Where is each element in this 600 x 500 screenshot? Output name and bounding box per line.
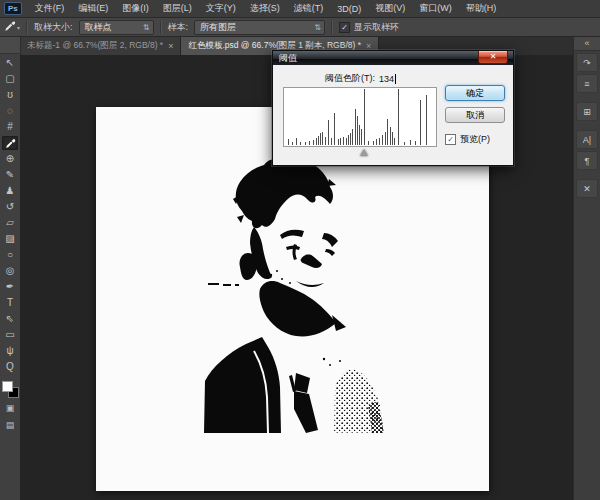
- panel-icon-character[interactable]: A|: [576, 130, 598, 149]
- preview-checkbox[interactable]: ✓ 预览(P): [445, 133, 490, 146]
- divider: [26, 21, 28, 34]
- histogram-bar: [410, 140, 411, 145]
- close-icon[interactable]: ×: [168, 41, 173, 51]
- histogram-bar: [355, 109, 356, 145]
- histogram-bar: [296, 138, 297, 145]
- histogram-bar: [300, 142, 301, 145]
- close-button[interactable]: ✕: [478, 51, 508, 64]
- tool-quick-select[interactable]: ◌: [2, 104, 18, 118]
- tool-move[interactable]: ↖: [2, 56, 18, 70]
- histogram-bar: [309, 141, 310, 145]
- histogram-bar: [331, 138, 332, 145]
- updown-arrows-icon: ⇅: [143, 21, 150, 34]
- menu-bar: Ps 文件(F)编辑(E)图像(I)图层(L)文字(Y)选择(S)滤镜(T)3D…: [0, 0, 600, 18]
- histogram-bar: [318, 136, 319, 145]
- histogram-bar: [361, 129, 362, 145]
- tool-dock-header[interactable]: [0, 37, 20, 54]
- tool-column: ↖▢ʊ◌# ⊕✎♟↺▱▨○◎✒T⇖▭ψQ: [2, 54, 18, 374]
- options-bar: ▾ 取样大小: 取样点 ⇅ 样本: 所有图层 ⇅ ✓ 显示取样环: [0, 18, 600, 37]
- cancel-button[interactable]: 取消: [445, 107, 505, 123]
- histogram-bar: [288, 139, 289, 145]
- histogram-bar: [338, 139, 339, 145]
- color-swatches[interactable]: [2, 381, 19, 398]
- menu-type[interactable]: 文字(Y): [199, 0, 243, 17]
- sample-value: 所有图层: [200, 22, 236, 32]
- tab-untitled-1[interactable]: 未标题-1 @ 66.7%(图层 2, RGB/8) * ×: [20, 37, 181, 55]
- tool-zoom[interactable]: Q: [2, 360, 18, 374]
- tool-eraser[interactable]: ▱: [2, 216, 18, 230]
- panel-icon-paragraph[interactable]: ¶: [576, 151, 598, 170]
- tool-shape[interactable]: ▭: [2, 328, 18, 342]
- histogram-bar: [394, 138, 395, 145]
- menu-view[interactable]: 视图(V): [368, 0, 412, 17]
- histogram-bar: [426, 95, 427, 145]
- preview-label: 预览(P): [460, 133, 490, 146]
- tool-pen[interactable]: ✒: [2, 280, 18, 294]
- tool-healing-brush[interactable]: ⊕: [2, 152, 18, 166]
- histogram-bar: [387, 119, 388, 145]
- dialog-title-bar[interactable]: 阈值 ✕: [273, 51, 513, 65]
- tool-brush[interactable]: ✎: [2, 168, 18, 182]
- menu-help[interactable]: 帮助(H): [459, 0, 504, 17]
- tool-lasso[interactable]: ʊ: [2, 88, 18, 102]
- checkbox-box: ✓: [339, 22, 350, 33]
- ok-button[interactable]: 确定: [445, 85, 505, 101]
- panel-icon-tool-presets[interactable]: ✕: [576, 179, 598, 198]
- show-sampling-ring-checkbox[interactable]: ✓ 显示取样环: [339, 21, 399, 34]
- histogram-bar: [368, 141, 369, 145]
- threshold-slider-handle[interactable]: [360, 149, 368, 156]
- menu-image[interactable]: 图像(I): [115, 0, 156, 17]
- panel-icon-adjustments[interactable]: ≡: [576, 74, 598, 93]
- quick-mask-button[interactable]: ▣: [2, 402, 18, 415]
- histogram-bar: [305, 142, 306, 145]
- divider: [160, 21, 162, 34]
- panel-icon-layer-comps[interactable]: ⊞: [576, 102, 598, 121]
- foreground-color-swatch[interactable]: [2, 381, 13, 392]
- dialog-body: 阈值色阶(T): 134 确定 取消 ✓ 预览(P): [273, 65, 513, 165]
- menu-select[interactable]: 选择(S): [243, 0, 287, 17]
- threshold-level-input[interactable]: 134: [379, 74, 394, 84]
- sample-dropdown[interactable]: 所有图层 ⇅: [194, 20, 325, 35]
- tool-history-brush[interactable]: ↺: [2, 200, 18, 214]
- histogram-bar: [340, 138, 341, 145]
- tool-gradient[interactable]: ▨: [2, 232, 18, 246]
- tab-title: 未标题-1 @ 66.7%(图层 2, RGB/8) *: [27, 40, 163, 52]
- panel-dock-icons: ↷≡⊞A|¶✕: [574, 53, 600, 198]
- tool-path-select[interactable]: ⇖: [2, 312, 18, 326]
- histogram-bar: [382, 135, 383, 145]
- histogram-bar: [348, 135, 349, 145]
- dialog-title: 阈值: [279, 53, 297, 63]
- histogram-bar: [320, 133, 321, 145]
- menu-window[interactable]: 窗口(W): [412, 0, 459, 17]
- tool-dodge[interactable]: ◎: [2, 264, 18, 278]
- menu-layer[interactable]: 图层(L): [156, 0, 199, 17]
- histogram-bars: [286, 89, 434, 145]
- menu-3d[interactable]: 3D(D): [330, 0, 368, 17]
- histogram-bar: [373, 141, 374, 145]
- histogram-bar: [392, 132, 393, 145]
- tool-clone-stamp[interactable]: ♟: [2, 184, 18, 198]
- screen-mode-button[interactable]: ▤: [2, 419, 18, 432]
- menu-filter[interactable]: 滤镜(T): [287, 0, 331, 17]
- tool-blur[interactable]: ○: [2, 248, 18, 262]
- tool-eyedropper[interactable]: [2, 136, 18, 150]
- sample-size-dropdown[interactable]: 取样点 ⇅: [79, 20, 154, 35]
- tool-marquee[interactable]: ▢: [2, 72, 18, 86]
- updown-arrows-icon: ⇅: [314, 21, 321, 34]
- tool-type[interactable]: T: [2, 296, 18, 310]
- histogram-bar: [316, 138, 317, 145]
- tool-hand[interactable]: ψ: [2, 344, 18, 358]
- sample-size-value: 取样点: [85, 22, 112, 32]
- menu-file[interactable]: 文件(F): [28, 0, 72, 17]
- threshold-dialog: 阈值 ✕ 阈值色阶(T): 134 确定 取消 ✓ 预览(P): [272, 50, 514, 166]
- menu-edit[interactable]: 编辑(E): [71, 0, 115, 17]
- histogram-bar: [390, 127, 391, 145]
- histogram-bar: [359, 125, 360, 145]
- panel-icon-history[interactable]: ↷: [576, 53, 598, 72]
- tool-crop[interactable]: #: [2, 120, 18, 134]
- threshold-level-label: 阈值色阶(T):: [325, 72, 375, 85]
- eyedropper-tool-preset[interactable]: ▾: [4, 20, 20, 34]
- histogram-bar: [376, 139, 377, 145]
- expand-panels-icon[interactable]: «: [574, 37, 600, 51]
- histogram-bar: [328, 120, 329, 145]
